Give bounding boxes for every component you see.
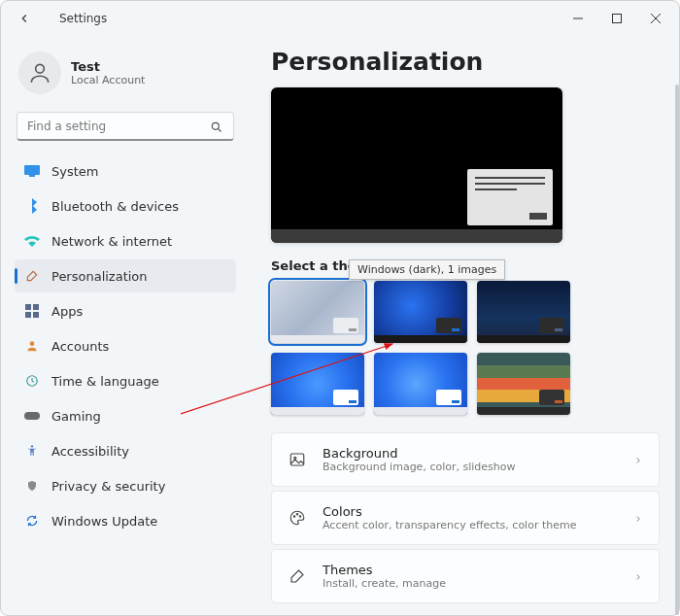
svg-point-13 — [30, 341, 35, 346]
sidebar-item-label: System — [51, 164, 98, 179]
theme-grid: Windows (dark), 1 images — [271, 281, 660, 415]
bluetooth-icon — [24, 198, 40, 214]
row-title: Themes — [323, 563, 446, 577]
minimize-button[interactable] — [559, 5, 597, 32]
content-pane: Personalization Select a theme Windows (… — [244, 36, 679, 615]
svg-rect-15 — [24, 412, 40, 420]
accessibility-icon — [24, 443, 40, 459]
palette-icon — [288, 508, 307, 528]
sidebar-item-brush[interactable]: Personalization — [15, 259, 236, 292]
sidebar-item-label: Accounts — [51, 339, 109, 354]
svg-rect-17 — [290, 454, 304, 465]
theme-tile-light[interactable] — [271, 281, 364, 343]
page-title: Personalization — [271, 48, 660, 76]
svg-line-6 — [219, 128, 221, 131]
accounts-icon — [24, 338, 40, 354]
sidebar: Test Local Account SystemBluetooth & dev… — [1, 36, 244, 615]
sidebar-item-gaming[interactable]: Gaming — [15, 399, 236, 432]
theme-tooltip: Windows (dark), 1 images — [349, 259, 505, 280]
gaming-icon — [24, 408, 40, 424]
sidebar-item-label: Gaming — [51, 409, 101, 424]
sidebar-item-label: Network & internet — [51, 234, 172, 249]
theme-tile-blue2[interactable] — [374, 353, 467, 415]
sidebar-item-label: Windows Update — [51, 514, 157, 529]
sidebar-item-label: Apps — [51, 304, 83, 319]
avatar-icon — [18, 51, 61, 94]
back-button[interactable] — [5, 5, 44, 32]
svg-rect-1 — [613, 15, 622, 23]
chevron-right-icon — [633, 451, 643, 469]
setting-row-themes[interactable]: ThemesInstall, create, manage — [271, 549, 660, 603]
nav-list: SystemBluetooth & devicesNetwork & inter… — [15, 154, 236, 537]
sidebar-item-network[interactable]: Network & internet — [15, 224, 236, 257]
sidebar-item-system[interactable]: System — [15, 154, 236, 188]
brush-icon — [24, 268, 40, 284]
svg-point-20 — [296, 514, 298, 516]
row-sub: Install, create, manage — [323, 577, 446, 590]
svg-point-16 — [31, 445, 33, 447]
row-sub: Background image, color, slideshow — [323, 461, 515, 473]
setting-row-colors[interactable]: ColorsAccent color, transparency effects… — [271, 491, 660, 545]
sidebar-item-label: Bluetooth & devices — [51, 199, 179, 214]
close-button[interactable] — [636, 5, 675, 32]
brush-icon — [288, 566, 307, 586]
row-title: Background — [323, 446, 515, 461]
titlebar: Settings — [1, 1, 679, 36]
row-sub: Accent color, transparency effects, colo… — [323, 519, 576, 531]
time-icon — [24, 373, 40, 389]
sidebar-item-accessibility[interactable]: Accessibility — [15, 434, 236, 467]
profile-name: Test — [71, 59, 145, 74]
theme-tile-dark[interactable] — [374, 281, 467, 343]
svg-rect-8 — [29, 175, 35, 177]
svg-point-19 — [293, 516, 295, 518]
search-input[interactable] — [27, 120, 210, 133]
preview-window — [467, 169, 553, 225]
sidebar-item-update[interactable]: Windows Update — [15, 504, 236, 537]
sidebar-item-time[interactable]: Time & language — [15, 364, 236, 397]
sidebar-item-apps[interactable]: Apps — [15, 294, 236, 327]
svg-point-4 — [36, 64, 45, 73]
svg-rect-7 — [24, 165, 40, 175]
settings-list: BackgroundBackground image, color, slide… — [271, 432, 660, 603]
search-box[interactable] — [17, 112, 234, 141]
update-icon — [24, 513, 40, 529]
network-icon — [24, 233, 40, 249]
chevron-right-icon — [633, 509, 643, 528]
profile-sub: Local Account — [71, 74, 145, 86]
sidebar-item-label: Accessibility — [51, 444, 129, 459]
sidebar-item-label: Personalization — [51, 269, 148, 284]
svg-rect-12 — [33, 312, 39, 318]
scrollbar[interactable] — [675, 85, 679, 615]
privacy-icon — [24, 478, 40, 494]
sidebar-item-label: Privacy & security — [51, 479, 165, 494]
profile-block[interactable]: Test Local Account — [15, 46, 236, 108]
svg-point-21 — [299, 516, 301, 518]
theme-tile-stripes[interactable] — [477, 353, 570, 415]
settings-window: Settings Test Local Account — [0, 0, 680, 616]
desktop-preview — [271, 87, 562, 243]
system-icon — [24, 163, 40, 179]
row-title: Colors — [323, 504, 576, 519]
sidebar-item-label: Time & language — [51, 374, 159, 389]
svg-rect-11 — [25, 312, 31, 318]
maximize-button[interactable] — [597, 5, 636, 32]
theme-tile-blue1[interactable] — [271, 353, 364, 415]
svg-point-5 — [212, 122, 219, 129]
preview-taskbar — [271, 229, 562, 243]
image-icon — [288, 450, 307, 469]
svg-rect-10 — [33, 304, 39, 310]
sidebar-item-bluetooth[interactable]: Bluetooth & devices — [15, 189, 236, 222]
window-title: Settings — [59, 12, 107, 25]
apps-icon — [24, 303, 40, 319]
search-icon — [210, 120, 223, 133]
setting-row-background[interactable]: BackgroundBackground image, color, slide… — [271, 432, 660, 487]
svg-rect-9 — [25, 304, 31, 310]
sidebar-item-accounts[interactable]: Accounts — [15, 329, 236, 362]
sidebar-item-privacy[interactable]: Privacy & security — [15, 469, 236, 502]
theme-tile-night[interactable] — [477, 281, 570, 343]
chevron-right-icon — [633, 567, 643, 586]
